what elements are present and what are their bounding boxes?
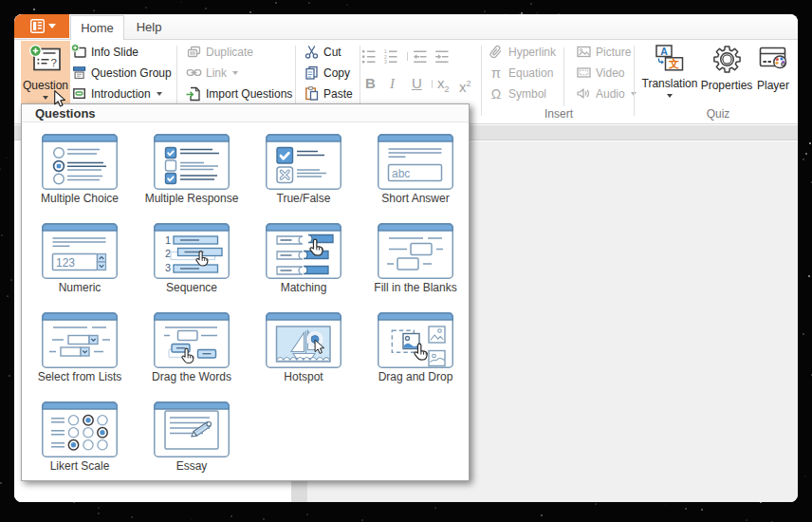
svg-text:?: ?: [51, 57, 57, 68]
svg-text:A: A: [660, 46, 668, 57]
svg-text:文: 文: [668, 58, 679, 69]
svg-text:123: 123: [56, 255, 75, 269]
svg-text:1: 1: [165, 233, 171, 245]
svg-text:3: 3: [165, 261, 171, 272]
svg-text:3: 3: [384, 59, 387, 65]
svg-text:2: 2: [165, 248, 171, 259]
svg-text:abc: abc: [392, 166, 410, 179]
